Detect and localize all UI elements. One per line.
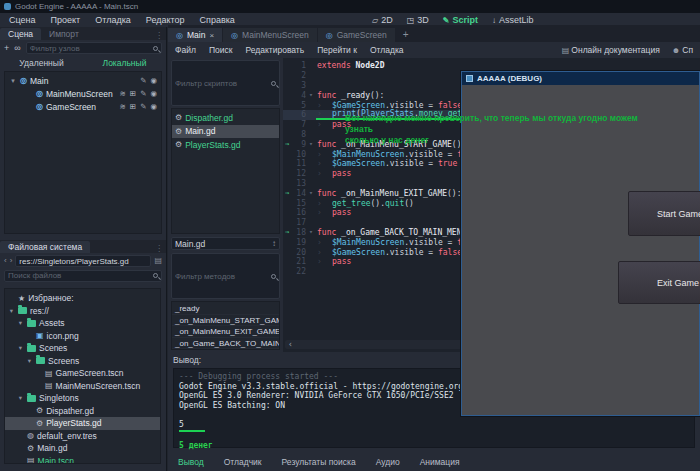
file-tree-item[interactable]: ▾res://	[5, 305, 160, 318]
script-menu-item[interactable]: Файл	[175, 45, 196, 55]
file-tree-item[interactable]: ▾Scenes	[5, 342, 160, 355]
image-icon: ▣	[36, 331, 44, 340]
script-menu-item[interactable]: Редактировать	[245, 45, 304, 55]
scripts-filter-input[interactable]	[175, 79, 271, 88]
group-icon[interactable]: ⊞	[130, 89, 136, 98]
scene-icon: ◎	[231, 31, 238, 40]
group-icon[interactable]: ⊞	[130, 102, 136, 111]
new-scene-tab-button[interactable]: +	[396, 27, 416, 42]
bottom-tab-Отладчик[interactable]: Отладчик	[214, 457, 272, 467]
signal-icon[interactable]: ≋	[120, 89, 126, 98]
script-icon[interactable]: ✎	[140, 102, 146, 111]
menubar-item[interactable]: Отладка	[95, 15, 131, 25]
script-list-item[interactable]: ⚙Main.gd	[172, 125, 279, 139]
fold-arrow-icon[interactable]: ▾	[306, 140, 316, 148]
script-icon[interactable]: ✎	[140, 76, 146, 85]
exit-game-button[interactable]: Exit Game	[618, 261, 700, 304]
bottom-tab-Аудио[interactable]: Аудио	[366, 457, 410, 467]
eye-icon[interactable]: ◉	[150, 89, 157, 98]
scene-tab-MainMenuScreen[interactable]: ◎MainMenuScreen	[223, 28, 317, 42]
code-line[interactable]: 1extends Node2D	[283, 61, 700, 71]
script-icon[interactable]: ✎	[140, 89, 146, 98]
add-node-button[interactable]: +	[4, 43, 9, 53]
file-tree-item[interactable]: ▾Singletons	[5, 392, 160, 405]
code-tokens: ›$GameScreen.visible = false	[316, 248, 462, 257]
signal-icon[interactable]: ≋	[120, 102, 126, 111]
instance-scene-button[interactable]: ∞	[14, 43, 20, 53]
menubar-item[interactable]: Справка	[200, 15, 235, 25]
menubar-item[interactable]: Проект	[51, 15, 81, 25]
bottom-tab-Вывод[interactable]: Вывод	[168, 457, 214, 467]
node-icon: ◎	[36, 102, 43, 111]
menubar-item[interactable]: Редактор	[146, 15, 185, 25]
file-tree-item[interactable]: ▤Main.tscn	[5, 455, 160, 465]
expand-arrow-icon[interactable]: ▾	[17, 344, 24, 352]
code-tokens: ›pass	[316, 169, 351, 178]
dock-tab-Импорт[interactable]: Импорт	[41, 28, 87, 40]
script-list-item[interactable]: ⚙Dispather.gd	[172, 111, 279, 125]
sort-methods-icon[interactable]: ↕	[272, 239, 276, 248]
workspace-3d[interactable]: ◳3D	[407, 15, 429, 25]
workspace-script[interactable]: ✎Script	[443, 15, 478, 25]
method-list-item[interactable]: _ready	[172, 303, 279, 315]
screenshot-annotation: Вот наглядно можно проверить, что теперь…	[345, 113, 655, 146]
remote-tab[interactable]: Удаленный	[0, 58, 83, 68]
node-filter-input[interactable]	[30, 44, 153, 53]
expand-arrow-icon[interactable]: ▾	[26, 357, 33, 365]
expand-arrow-icon[interactable]: ▾	[8, 307, 15, 315]
scene-tab-Main[interactable]: ◎Main×	[168, 28, 222, 42]
scene-tab-GameScreen[interactable]: ◎GameScreen	[318, 28, 395, 42]
file-tree-item[interactable]: ⚙Main.gd	[5, 442, 160, 455]
file-search-input[interactable]	[8, 271, 153, 280]
file-tree-item[interactable]: ▾Assets	[5, 317, 160, 330]
dock-menu-icon[interactable]: ⋮	[155, 244, 166, 253]
dock-tab-Сцена[interactable]: Сцена	[0, 28, 41, 40]
fold-arrow-icon[interactable]: ▾	[306, 189, 316, 197]
method-list-item[interactable]: _on_MainMenu_START_GAME	[172, 315, 279, 327]
bottom-tab-Результаты поиска[interactable]: Результаты поиска	[272, 457, 366, 467]
workspace-2d[interactable]: ▱2D	[372, 15, 393, 25]
workspace-assetlib[interactable]: ↓AssetLib	[492, 15, 534, 25]
help-button[interactable]: ☻Сп	[672, 45, 693, 55]
method-list-item[interactable]: _on_Game_BACK_TO_MAIN_MEN	[172, 338, 279, 350]
scene-tree-node[interactable]: ◎MainMenuScreen≋⊞✎◉	[5, 87, 161, 100]
methods-filter-input[interactable]	[175, 272, 271, 281]
menubar-item[interactable]: Сцена	[9, 15, 36, 25]
expand-arrow-icon[interactable]: ▾	[9, 77, 17, 85]
expand-arrow-icon[interactable]: ▾	[17, 319, 24, 327]
file-tree-item[interactable]: ▤MainMenuScreen.tscn	[5, 380, 160, 393]
script-list-item[interactable]: ⚙PlayerStats.gd	[172, 138, 279, 152]
file-tree-item[interactable]: ▣icon.png	[5, 330, 160, 343]
method-list-item[interactable]: _on_MainMenu_EXIT_GAME	[172, 326, 279, 338]
file-tree-item[interactable]: ▤GameScreen.tscn	[5, 367, 160, 380]
history-forward-button[interactable]: ›	[10, 256, 13, 265]
eye-icon[interactable]: ◉	[150, 102, 157, 111]
dock-menu-icon[interactable]: ⋮	[155, 31, 166, 40]
script-menu-item[interactable]: Перейти к	[317, 45, 357, 55]
current-script-bar[interactable]: Main.gd ↕	[171, 237, 280, 250]
scene-tree-node[interactable]: ◎GameScreen≋⊞✎◉	[5, 100, 161, 113]
debug-window-titlebar[interactable]: AAAAA (DEBUG)	[462, 72, 699, 85]
script-menu-item[interactable]: Поиск	[209, 45, 233, 55]
script-list: ⚙Dispather.gd⚙Main.gd⚙PlayerStats.gd	[171, 108, 280, 234]
bottom-tab-Анимация[interactable]: Анимация	[410, 457, 470, 467]
file-tree-item[interactable]: ◍default_env.tres	[5, 430, 160, 443]
fold-arrow-icon[interactable]: ▾	[306, 228, 316, 236]
node-name: GameScreen	[46, 102, 96, 112]
history-back-button[interactable]: ‹	[4, 256, 7, 265]
local-tab[interactable]: Локальный	[83, 58, 166, 68]
split-mode-icon[interactable]: ▤	[154, 256, 162, 265]
script-menu-item[interactable]: Отладка	[370, 45, 404, 55]
file-tree-item[interactable]: ⚙PlayerStats.gd	[5, 417, 160, 430]
file-tree-item[interactable]: ▾Screens	[5, 355, 160, 368]
eye-icon[interactable]: ◉	[150, 76, 157, 85]
online-docs-button[interactable]: ▤Онлайн документация	[562, 45, 660, 55]
fold-arrow-icon[interactable]: ▾	[306, 91, 316, 99]
file-tree-item[interactable]: ★Избранное:	[5, 292, 160, 305]
scene-tree-node[interactable]: ▾◎Main✎◉	[5, 74, 161, 87]
filesystem-tab[interactable]: Файловая система	[0, 241, 90, 253]
file-tree-item[interactable]: ⚙Dispather.gd	[5, 405, 160, 418]
close-tab-icon[interactable]: ×	[209, 31, 214, 40]
expand-arrow-icon[interactable]: ▾	[17, 394, 24, 402]
start-game-button[interactable]: Start Game	[628, 191, 700, 236]
